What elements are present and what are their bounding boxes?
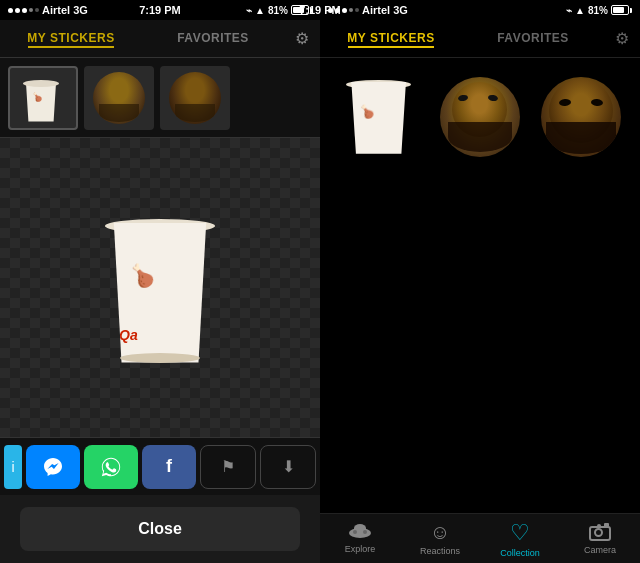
whatsapp-share-button[interactable] <box>84 445 138 489</box>
clock-right: 7:19 PM <box>299 4 341 16</box>
thumbnail-face2[interactable] <box>160 66 230 130</box>
download-icon: ⬇ <box>282 457 295 476</box>
flag-icon: ⚑ <box>221 457 235 476</box>
sticker-thumbnails: 🍗 <box>0 58 320 138</box>
network-type-right: 3G <box>393 4 408 16</box>
face1-thumb-image <box>93 72 145 124</box>
cup-sticker-image: 🍗 <box>346 77 411 157</box>
sticker-grid: 🍗 <box>320 58 640 513</box>
carrier-name: Airtel <box>42 4 70 16</box>
explore-label: Explore <box>345 544 376 554</box>
battery-percent-right: 81% <box>588 5 608 16</box>
tab-favorites-right[interactable]: FAVORITES <box>462 31 604 47</box>
close-button[interactable]: Close <box>20 507 300 551</box>
sticker-item-face2[interactable] <box>535 70 628 163</box>
reactions-label: Reactions <box>420 546 460 556</box>
facebook-share-button[interactable]: f <box>142 445 196 489</box>
camera-icon <box>589 523 611 543</box>
flag-button[interactable]: ⚑ <box>200 445 256 489</box>
collection-label: Collection <box>500 548 540 558</box>
sticker-item-face1[interactable] <box>433 70 526 163</box>
status-bar-right: Airtel 3G 7:19 PM ⌁ ▲ 81% <box>320 0 640 20</box>
face2-thumb-image <box>169 72 221 124</box>
nav-collection[interactable]: ♡ Collection <box>480 520 560 558</box>
download-button[interactable]: ⬇ <box>260 445 316 489</box>
nav-explore[interactable]: Explore <box>320 524 400 554</box>
signal-dots <box>8 8 39 13</box>
whatsapp-icon <box>100 456 122 478</box>
tab-favorites-left[interactable]: FAVORITES <box>142 31 284 47</box>
battery-percent-left: 81% <box>268 5 288 16</box>
battery-area-right: ⌁ ▲ 81% <box>566 5 632 16</box>
bluetooth-icon-left: ⌁ <box>246 5 252 16</box>
tab-bar-left: MY STICKERS FAVORITES ⚙ <box>0 20 320 58</box>
thumbnail-face1[interactable] <box>84 66 154 130</box>
tab-my-stickers-right[interactable]: MY STICKERS <box>320 31 462 47</box>
face1-sticker-image <box>440 77 520 157</box>
cup-thumb-image: 🍗 <box>23 78 63 118</box>
thumbnail-cup[interactable]: 🍗 <box>8 66 78 130</box>
facebook-icon: f <box>166 456 172 477</box>
left-panel: Airtel 3G 7:19 PM ⌁ ▲ 81% MY STICKERS FA… <box>0 0 320 563</box>
close-button-area: Close <box>0 495 320 563</box>
carrier-info: Airtel 3G <box>8 4 88 16</box>
messenger-share-button[interactable] <box>26 445 80 489</box>
nav-camera[interactable]: Camera <box>560 523 640 555</box>
settings-icon-left[interactable]: ⚙ <box>284 21 320 57</box>
carrier-name-right: Airtel <box>362 4 390 16</box>
wifi-icon-left: ▲ <box>255 5 265 16</box>
clock-left: 7:19 PM <box>139 4 181 16</box>
tab-bar-right: MY STICKERS FAVORITES ⚙ <box>320 20 640 58</box>
bottom-navigation: Explore ☺ Reactions ♡ Collection Camera <box>320 513 640 563</box>
battery-icon-right <box>611 5 632 15</box>
reactions-icon: ☺ <box>430 521 450 544</box>
collection-icon: ♡ <box>510 520 530 546</box>
network-type: 3G <box>73 4 88 16</box>
share-action-bar: i f ⚑ ⬇ <box>0 437 320 495</box>
wifi-icon-right: ▲ <box>575 5 585 16</box>
camera-label: Camera <box>584 545 616 555</box>
bluetooth-icon-right: ⌁ <box>566 5 572 16</box>
settings-icon-right[interactable]: ⚙ <box>604 21 640 57</box>
status-bar-left: Airtel 3G 7:19 PM ⌁ ▲ 81% <box>0 0 320 20</box>
tab-my-stickers-left[interactable]: MY STICKERS <box>0 31 142 47</box>
sticker-item-cup[interactable]: 🍗 <box>332 70 425 163</box>
face2-sticker-image <box>541 77 621 157</box>
sticker-preview-area: 🍗 Qa <box>0 138 320 437</box>
messenger-icon <box>43 457 63 477</box>
partial-btn[interactable]: i <box>4 445 22 489</box>
right-panel: Airtel 3G 7:19 PM ⌁ ▲ 81% MY STICKERS FA… <box>320 0 640 563</box>
explore-icon <box>349 524 371 542</box>
nav-reactions[interactable]: ☺ Reactions <box>400 521 480 556</box>
cup-preview: 🍗 Qa <box>105 213 215 363</box>
